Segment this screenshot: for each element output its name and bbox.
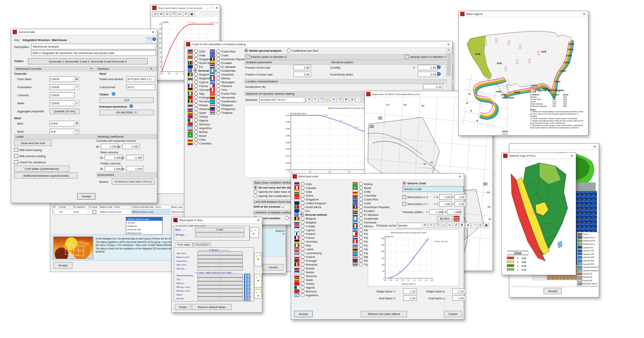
- steel-value-field[interactable]: S-500: [195, 228, 244, 232]
- toolbar-icon-8[interactable]: ◔: [356, 97, 361, 102]
- spectrum-dropdown[interactable]: NCh433.Of71 To=0.2⌄: [259, 97, 305, 103]
- country-radio[interactable]: [216, 107, 220, 111]
- foundation-dropdown[interactable]: C25/30⌄: [49, 84, 75, 90]
- country-radio[interactable]: [194, 130, 198, 134]
- country-option-bolivia[interactable]: Bolivia: [188, 130, 220, 134]
- country-radio[interactable]: [301, 240, 305, 243]
- floor-slabs-dropdown[interactable]: C25/30⌄: [49, 76, 75, 82]
- country-option-turkey[interactable]: Turkey: [294, 282, 327, 285]
- pressure-curve-dropdown[interactable]: Ejemplo⌄: [397, 223, 423, 228]
- codes-value[interactable]: Eurocode 2, Eurocodes 3 and 4, Eurocode …: [28, 58, 148, 64]
- description-input-1[interactable]: Warehouse example: [31, 44, 156, 49]
- country-radio[interactable]: [301, 278, 305, 282]
- general-close-icon[interactable]: ✕: [151, 30, 155, 34]
- modal-spectral-radio[interactable]: [244, 49, 248, 53]
- f-comp-checkbox[interactable]: [92, 210, 96, 214]
- seismic-country-list-2[interactable]: Costa RicaCubaDominican RepublicEcuadorE…: [210, 49, 247, 115]
- bg-accept-button[interactable]: Accept: [53, 262, 72, 269]
- country-radio[interactable]: [194, 134, 198, 138]
- country-radio[interactable]: [194, 92, 198, 95]
- aluminium-button[interactable]: EN AW-5083 - F: [99, 110, 154, 115]
- fire-resistance-checkbox[interactable]: [14, 160, 18, 164]
- steel-row-field[interactable]: ": [198, 293, 243, 297]
- country-radio[interactable]: [359, 190, 363, 194]
- pressure-toolbar[interactable]: ✛✎❐▤▾↺✥⊕◔⊖▣: [422, 223, 489, 228]
- eccentricity-input[interactable]: 0.05: [418, 72, 438, 77]
- acceleration-input[interactable]: 0.10: [423, 84, 443, 89]
- toolbar-icon-0[interactable]: ✛: [422, 223, 428, 228]
- country-option-thailand[interactable]: Thailand: [210, 111, 247, 115]
- country-radio[interactable]: [216, 103, 220, 107]
- country-radio[interactable]: [359, 232, 363, 236]
- eccentricity-help-icon[interactable]: ?: [437, 72, 441, 76]
- country-radio[interactable]: [194, 76, 198, 80]
- country-option-luxembourg[interactable]: Luxembourg: [294, 251, 327, 255]
- country-option-cuba[interactable]: Cuba: [352, 201, 390, 205]
- country-radio[interactable]: [359, 240, 363, 243]
- country-radio[interactable]: [301, 282, 305, 285]
- bar-diameters-icon[interactable]: [250, 227, 259, 238]
- country-option-romania[interactable]: Romania: [294, 263, 327, 266]
- bx-input-2[interactable]: 1.000: [105, 155, 122, 160]
- country-radio[interactable]: [194, 103, 198, 107]
- country-radio[interactable]: [301, 220, 305, 224]
- toolbar-icon-9[interactable]: ⊖: [478, 223, 483, 228]
- rc-group-icon[interactable]: ▦: [89, 66, 94, 71]
- country-radio[interactable]: [194, 49, 198, 53]
- country-radio[interactable]: [216, 61, 220, 65]
- country-radio[interactable]: [301, 263, 305, 266]
- country-option-mexico[interactable]: Mexico: [210, 76, 247, 80]
- country-option-canada[interactable]: Canada: [294, 186, 327, 190]
- toolbar-icon-2[interactable]: ❐: [435, 223, 440, 228]
- country-radio[interactable]: [194, 126, 198, 130]
- popup-item[interactable]: Without fireproof coat.: [126, 217, 162, 221]
- country-radio[interactable]: [359, 247, 363, 251]
- popup-item[interactable]: Rockwool pan.: [126, 231, 162, 235]
- table-cell[interactable]: Without fireproof coat.⌄: [100, 209, 132, 214]
- coldformed-dropdown[interactable]: S275⌄: [126, 84, 155, 90]
- country-radio[interactable]: [359, 217, 363, 220]
- steel-row-field[interactable]: ": [198, 297, 243, 300]
- country-radio[interactable]: [194, 115, 198, 118]
- country-option-panama[interactable]: Panama: [210, 84, 247, 88]
- country-option-bolivia[interactable]: Bolivia: [352, 182, 390, 186]
- seismic-close-icon[interactable]: ✕: [446, 43, 451, 46]
- generic-code-radio[interactable]: [402, 181, 406, 185]
- beam-bars-icon[interactable]: [254, 253, 262, 266]
- by-input-2[interactable]: 1.000: [126, 155, 144, 160]
- country-option-india[interactable]: India: [294, 190, 327, 194]
- beams-env-button[interactable]: X0 (Maximum crack width: 0.40 mm): [112, 179, 155, 185]
- country-radio[interactable]: [194, 84, 198, 88]
- country-option-cuba[interactable]: Cuba: [210, 53, 247, 57]
- country-option-venezuela[interactable]: Venezuela: [210, 95, 247, 99]
- floors-icon[interactable]: [454, 216, 460, 222]
- toolbar-icon-0[interactable]: ✛: [306, 97, 312, 102]
- country-radio[interactable]: [301, 182, 305, 186]
- toolbar-icon-1[interactable]: ✎: [428, 223, 434, 228]
- general-accept-button[interactable]: Accept: [77, 193, 96, 200]
- country-option-colombia[interactable]: Colombia: [188, 141, 220, 145]
- country-option-malaysia[interactable]: Malaysia: [210, 103, 247, 107]
- country-radio[interactable]: [216, 69, 220, 72]
- country-radio[interactable]: [194, 65, 198, 69]
- tab-floor-slabs[interactable]: Floor slabs: [175, 243, 193, 246]
- country-radio[interactable]: [359, 251, 363, 255]
- gust-x-input[interactable]: 1.00: [403, 295, 417, 301]
- micro-accept-button[interactable]: Accept: [544, 288, 562, 294]
- country-radio[interactable]: [194, 107, 198, 111]
- country-radio[interactable]: [194, 99, 198, 103]
- wind-x-checkbox[interactable]: ✓: [402, 195, 406, 199]
- country-option-belgium[interactable]: Belgium: [294, 217, 327, 220]
- country-radio[interactable]: [359, 259, 363, 263]
- toolbar-icon-6[interactable]: ✥: [343, 97, 349, 102]
- country-option-china[interactable]: China: [294, 194, 327, 197]
- country-option-poland[interactable]: Poland: [294, 255, 327, 259]
- country-radio[interactable]: [301, 209, 305, 213]
- country-option-colombia[interactable]: Colombia: [352, 194, 390, 197]
- country-option-dominican-republic[interactable]: Dominican Republic: [210, 57, 247, 61]
- country-radio[interactable]: [301, 266, 305, 270]
- country-radio[interactable]: [301, 186, 305, 190]
- limit-states-button[interactable]: Limit states (combinations): [14, 166, 69, 172]
- country-radio[interactable]: [194, 111, 198, 115]
- coeff-floor-radio[interactable]: [287, 49, 291, 53]
